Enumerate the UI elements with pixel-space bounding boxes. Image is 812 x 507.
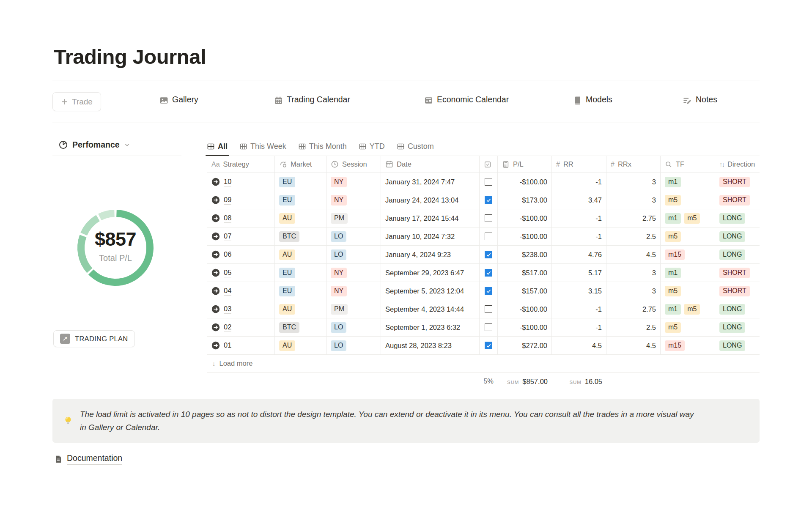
trade-button[interactable]: Trade — [52, 92, 101, 111]
cell-session[interactable]: NY — [326, 282, 381, 300]
nav-link-models[interactable]: Models — [573, 95, 612, 106]
trade-page-link[interactable]: 01 — [211, 341, 231, 350]
cell-pl[interactable]: -$100.00 — [498, 209, 552, 227]
tab-custom[interactable]: Custom — [397, 140, 434, 153]
cell-market[interactable]: BTC — [275, 318, 326, 337]
nav-link-trading-calendar[interactable]: Trading Calendar — [274, 95, 350, 106]
checkbox[interactable] — [485, 251, 492, 258]
cell-rrx[interactable]: 4.5 — [606, 337, 661, 355]
checkbox[interactable] — [485, 196, 492, 204]
trade-page-link[interactable]: 07 — [211, 232, 231, 241]
cell-pl[interactable]: -$100.00 — [498, 318, 552, 337]
cell-session[interactable]: PM — [326, 209, 381, 227]
cell-session[interactable]: NY — [326, 191, 381, 209]
page-title[interactable]: Trading Journal — [54, 45, 206, 69]
cell-rrx[interactable]: 2.5 — [606, 318, 661, 337]
tab-ytd[interactable]: YTD — [359, 140, 385, 153]
cell-market[interactable]: AU — [275, 209, 326, 227]
cell-pl[interactable]: -$100.00 — [498, 300, 552, 318]
trade-page-link[interactable]: 02 — [211, 323, 231, 332]
cell-session[interactable]: NY — [326, 264, 381, 282]
cell-rr[interactable]: 3.47 — [552, 191, 606, 209]
cell-pl[interactable]: $238.00 — [498, 246, 552, 264]
cell-session[interactable]: LO — [326, 246, 381, 264]
column-header-session[interactable]: Session — [326, 156, 381, 173]
column-header-strategy[interactable]: AaStrategy — [207, 156, 275, 173]
checkbox[interactable] — [485, 287, 492, 295]
cell-rr[interactable]: 3.15 — [552, 282, 606, 300]
cell-direction[interactable]: SHORT — [715, 173, 760, 191]
cell-tf[interactable]: m15 — [661, 337, 715, 355]
cell-tf[interactable]: m5 — [661, 227, 715, 246]
tab-this-week[interactable]: This Week — [240, 140, 286, 153]
cell-tf[interactable]: m1 — [661, 173, 715, 191]
column-header-direction[interactable]: ↑↓Direction — [715, 156, 760, 173]
cell-market[interactable]: EU — [275, 282, 326, 300]
cell-rrx[interactable]: 2.75 — [606, 300, 661, 318]
cell-direction[interactable]: LONG — [715, 209, 760, 227]
checkbox[interactable] — [485, 178, 492, 186]
footer-checked-percent[interactable]: 65% — [480, 373, 498, 390]
cell-pl[interactable]: $173.00 — [498, 191, 552, 209]
cell-tf[interactable]: m15 — [661, 246, 715, 264]
cell-rr[interactable]: -1 — [552, 227, 606, 246]
cell-market[interactable]: BTC — [275, 227, 326, 246]
cell-rrx[interactable]: 3 — [606, 264, 661, 282]
cell-pl[interactable]: $157.00 — [498, 282, 552, 300]
column-header-date[interactable]: Date — [381, 156, 480, 173]
tab-all[interactable]: All — [207, 140, 228, 153]
tab-this-month[interactable]: This Month — [299, 140, 347, 153]
load-more-button[interactable]: ↓ Load more — [207, 355, 760, 373]
cell-market[interactable]: AU — [275, 246, 326, 264]
cell-rrx[interactable]: 2.75 — [606, 209, 661, 227]
cell-date[interactable]: September 1, 2023 6:32 — [381, 318, 480, 337]
cell-tf[interactable]: m1m5 — [661, 209, 715, 227]
checkbox[interactable] — [485, 305, 492, 313]
cell-tf[interactable]: m5 — [661, 191, 715, 209]
column-header-rr[interactable]: #RR — [552, 156, 606, 173]
cell-rr[interactable]: -1 — [552, 318, 606, 337]
cell-rr[interactable]: -1 — [552, 300, 606, 318]
footer-sum-pl[interactable]: SUM$857.00 — [498, 373, 552, 390]
cell-direction[interactable]: LONG — [715, 246, 760, 264]
cell-market[interactable]: EU — [275, 264, 326, 282]
trade-page-link[interactable]: 09 — [211, 196, 231, 205]
trade-page-link[interactable]: 10 — [211, 178, 231, 186]
trading-plan-button[interactable]: ↗ TRADING PLAN — [53, 330, 135, 347]
cell-direction[interactable]: LONG — [715, 337, 760, 355]
cell-market[interactable]: EU — [275, 173, 326, 191]
cell-direction[interactable]: SHORT — [715, 282, 760, 300]
column-header-market[interactable]: Market — [275, 156, 326, 173]
trade-page-link[interactable]: 08 — [211, 214, 231, 223]
cell-pl[interactable]: -$100.00 — [498, 173, 552, 191]
column-header-pl[interactable]: P/L — [498, 156, 552, 173]
trade-page-link[interactable]: 06 — [211, 250, 231, 259]
cell-direction[interactable]: SHORT — [715, 264, 760, 282]
footer-sum-rr[interactable]: SUM16.05 — [552, 373, 606, 390]
cell-session[interactable]: PM — [326, 300, 381, 318]
cell-date[interactable]: January 4, 2024 9:23 — [381, 246, 480, 264]
cell-pl[interactable]: $517.00 — [498, 264, 552, 282]
checkbox[interactable] — [485, 323, 492, 331]
column-header-tf[interactable]: TF — [661, 156, 715, 173]
nav-link-economic-calendar[interactable]: Economic Calendar — [424, 95, 509, 106]
cell-session[interactable]: NY — [326, 173, 381, 191]
trade-page-link[interactable]: 03 — [211, 305, 231, 314]
checkbox[interactable] — [485, 214, 492, 222]
nav-link-notes[interactable]: Notes — [683, 95, 717, 106]
cell-market[interactable]: AU — [275, 337, 326, 355]
documentation-link[interactable]: Documentation — [54, 453, 122, 465]
cell-direction[interactable]: LONG — [715, 318, 760, 337]
cell-market[interactable]: EU — [275, 191, 326, 209]
cell-direction[interactable]: LONG — [715, 227, 760, 246]
cell-rrx[interactable]: 3 — [606, 173, 661, 191]
checkbox[interactable] — [485, 233, 492, 240]
cell-pl[interactable]: -$100.00 — [498, 227, 552, 246]
cell-rr[interactable]: -1 — [552, 173, 606, 191]
cell-tf[interactable]: m5 — [661, 318, 715, 337]
cell-rrx[interactable]: 3 — [606, 282, 661, 300]
cell-rrx[interactable]: 3 — [606, 191, 661, 209]
cell-date[interactable]: January 31, 2024 7:47 — [381, 173, 480, 191]
trade-page-link[interactable]: 04 — [211, 287, 231, 296]
cell-date[interactable]: January 17, 2024 15:44 — [381, 209, 480, 227]
